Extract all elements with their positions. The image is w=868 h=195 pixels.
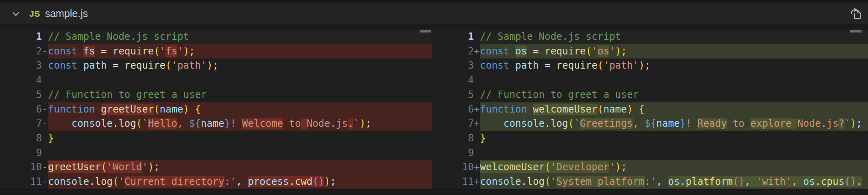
code-line[interactable]: greetUser('World'); — [48, 160, 432, 175]
diff-sign — [42, 30, 48, 44]
diff-sign: + — [474, 44, 480, 59]
line-number[interactable]: 2 — [432, 44, 474, 59]
diff-row: 2+const os = require('os'); — [432, 44, 868, 59]
code-line[interactable]: console.log(`Greetings, ${name}! Ready t… — [480, 117, 868, 131]
diff-sign — [42, 88, 48, 102]
code-line[interactable]: // Function to greet a user — [480, 88, 868, 102]
line-number[interactable]: 11 — [432, 175, 474, 189]
diff-sign — [474, 131, 480, 146]
right-scrollbar[interactable] — [850, 30, 861, 32]
code-line[interactable]: welcomeUser('Developer'); — [480, 160, 868, 175]
diff-sign: + — [474, 160, 480, 175]
diff-sign — [42, 73, 48, 88]
diff-row: 6+function welcomeUser(name) { — [432, 102, 868, 117]
line-number[interactable]: 1 — [432, 30, 474, 44]
diff-sign: - — [42, 44, 48, 59]
diff-sign — [42, 146, 48, 160]
diff-row: 4 — [0, 73, 432, 88]
code-line[interactable] — [48, 73, 432, 88]
diff-row: 8} — [0, 131, 432, 146]
code-line[interactable]: // Sample Node.js script — [480, 30, 868, 44]
diff-row: 5// Function to greet a user — [432, 88, 868, 102]
window-top-strip — [0, 0, 868, 3]
diff-sign: - — [42, 160, 48, 175]
line-number[interactable]: 4 — [0, 73, 42, 88]
diff-sign — [474, 58, 480, 73]
line-number[interactable]: 7 — [0, 117, 42, 131]
diff-row: 2-const fs = require('fs'); — [0, 44, 432, 59]
go-to-file-button[interactable] — [849, 7, 863, 21]
line-number[interactable]: 2 — [0, 44, 42, 59]
diff-row: 7- console.log(`Hello, ${name}! Welcome … — [0, 117, 432, 131]
diff-row: 9 — [0, 146, 432, 160]
code-line[interactable] — [480, 146, 868, 160]
diff-row: 11-console.log('Current directory:', pro… — [0, 175, 432, 189]
header-code-gap — [0, 24, 868, 30]
diff-row: 4 — [432, 73, 868, 88]
code-line[interactable]: } — [48, 131, 432, 146]
line-number[interactable]: 9 — [432, 146, 474, 160]
line-number[interactable]: 6 — [432, 102, 474, 117]
diff-pane-modified: 1// Sample Node.js script2+const os = re… — [432, 30, 868, 189]
code-line[interactable]: // Sample Node.js script — [48, 30, 432, 44]
code-line[interactable] — [480, 73, 868, 88]
code-line[interactable]: const fs = require('fs'); — [48, 44, 432, 59]
diff-sign: + — [474, 117, 480, 131]
diff-row: 1// Sample Node.js script — [0, 30, 432, 44]
line-number[interactable]: 6 — [0, 102, 42, 117]
diff-sign: + — [474, 102, 480, 117]
diff-row: 11+console.log('System platform:', os.pl… — [432, 175, 868, 189]
diff-row: 3const path = require('path'); — [432, 58, 868, 73]
code-line[interactable]: // Function to greet a user — [48, 88, 432, 102]
line-number[interactable]: 10 — [0, 160, 42, 175]
code-line[interactable]: console.log('Current directory:', proces… — [48, 175, 432, 189]
line-number[interactable]: 3 — [0, 58, 42, 73]
line-number[interactable]: 3 — [432, 58, 474, 73]
line-number[interactable]: 9 — [0, 146, 42, 160]
line-number[interactable]: 11 — [0, 175, 42, 189]
line-number[interactable]: 4 — [432, 73, 474, 88]
diff-sign — [474, 30, 480, 44]
diff-row: 10-greetUser('World'); — [0, 160, 432, 175]
line-number[interactable]: 1 — [0, 30, 42, 44]
chevron-down-icon[interactable] — [11, 9, 21, 19]
code-line[interactable] — [48, 146, 432, 160]
code-line[interactable]: console.log(`Hello, ${name}! Welcome to … — [48, 117, 432, 131]
diff-editor-window: JS sample.js 1// Sample Node.js script2-… — [0, 0, 868, 195]
diff-sign — [474, 88, 480, 102]
diff-row: 6-function greetUser(name) { — [0, 102, 432, 117]
diff-row: 1// Sample Node.js script — [432, 30, 868, 44]
diff-sign — [42, 58, 48, 73]
go-to-file-icon — [850, 7, 863, 20]
diff-pane-original: 1// Sample Node.js script2-const fs = re… — [0, 30, 432, 189]
code-line[interactable]: console.log('System platform:', os.platf… — [480, 175, 868, 189]
line-number[interactable]: 5 — [0, 88, 42, 102]
code-line[interactable]: } — [480, 131, 868, 146]
file-title: sample.js — [45, 8, 88, 20]
left-scrollbar[interactable] — [420, 30, 431, 32]
line-number[interactable]: 5 — [432, 88, 474, 102]
code-line[interactable]: const os = require('os'); — [480, 44, 868, 59]
code-line[interactable]: function welcomeUser(name) { — [480, 102, 868, 117]
line-number[interactable]: 8 — [432, 131, 474, 146]
diff-row: 7+ console.log(`Greetings, ${name}! Read… — [432, 117, 868, 131]
line-number[interactable]: 10 — [432, 160, 474, 175]
diff-row: 10+welcomeUser('Developer'); — [432, 160, 868, 175]
diff-sign — [42, 131, 48, 146]
code-line[interactable]: const path = require('path'); — [480, 58, 868, 73]
line-number[interactable]: 8 — [0, 131, 42, 146]
diff-row: 9 — [432, 146, 868, 160]
diff-code-area: 1// Sample Node.js script2-const fs = re… — [0, 30, 868, 189]
diff-sign — [474, 146, 480, 160]
diff-sign: - — [42, 102, 48, 117]
bottom-strip — [0, 189, 868, 195]
diff-file-header[interactable]: JS sample.js — [0, 3, 868, 24]
line-number[interactable]: 7 — [432, 117, 474, 131]
diff-row: 3const path = require('path'); — [0, 58, 432, 73]
code-line[interactable]: const path = require('path'); — [48, 58, 432, 73]
diff-sign: + — [474, 175, 480, 189]
js-file-icon: JS — [29, 9, 40, 19]
diff-sign: - — [42, 175, 48, 189]
code-line[interactable]: function greetUser(name) { — [48, 102, 432, 117]
diff-sign — [474, 73, 480, 88]
